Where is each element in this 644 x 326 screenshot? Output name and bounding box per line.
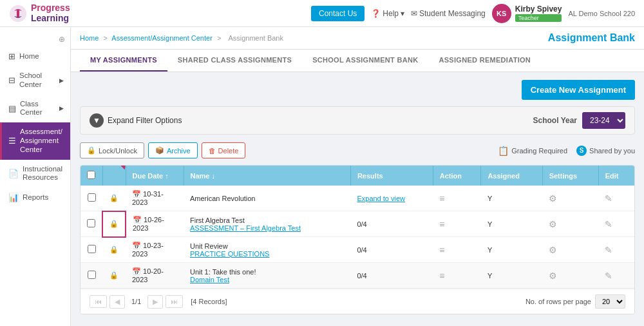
action-cell[interactable]: ≡ xyxy=(433,211,481,237)
due-date-cell: 📅 10-23-2023 xyxy=(126,237,184,263)
action-cell[interactable]: ≡ xyxy=(433,237,481,263)
row-checkbox[interactable] xyxy=(88,245,96,253)
reports-icon: 📊 xyxy=(8,193,19,202)
create-new-assignment-button[interactable]: Create New Assignment xyxy=(522,80,635,100)
grading-required-icon: 📋 xyxy=(498,146,509,156)
sidebar-item-reports[interactable]: 📊 Reports xyxy=(0,187,70,207)
instructional-icon: 📄 xyxy=(8,169,19,178)
action-menu-icon[interactable]: ≡ xyxy=(439,245,444,255)
rows-per-page-select[interactable]: 20 xyxy=(595,294,625,309)
next-page-button[interactable]: ▶ xyxy=(147,295,163,309)
tab-school-assignment-bank[interactable]: SCHOOL ASSIGNMENT BANK xyxy=(302,50,428,72)
lock-cell: 🔒 xyxy=(102,263,126,289)
edit-cell[interactable]: ✎ xyxy=(598,211,634,237)
pagination-bar: ⏮ ◀ 1/1 ▶ ⏭ [4 Records] No. of rows per … xyxy=(80,289,634,314)
action-menu-icon[interactable]: ≡ xyxy=(439,193,444,204)
sidebar-item-class-center[interactable]: ▤ Class Center ▶ xyxy=(0,95,70,123)
collapse-icon: ⊕ xyxy=(59,35,65,44)
settings-cell[interactable]: ⚙ xyxy=(542,211,598,237)
expand-filter-button[interactable]: ▼ Expand Filter Options xyxy=(90,113,182,128)
settings-icon[interactable]: ⚙ xyxy=(549,219,557,229)
tab-shared-class[interactable]: SHARED CLASS ASSIGNMENTS xyxy=(167,50,302,72)
action-cell[interactable]: ≡ xyxy=(433,186,481,211)
name-cell: American Revolution xyxy=(184,186,350,211)
settings-icon[interactable]: ⚙ xyxy=(549,245,557,255)
table-row: 🔒📅 10-23-2023Unit ReviewPRACTICE QUESTIO… xyxy=(80,237,634,263)
settings-icon[interactable]: ⚙ xyxy=(549,193,557,204)
user-info: Kirby Spivey Teacher xyxy=(515,5,562,22)
sidebar-collapse-button[interactable]: ⊕ xyxy=(0,32,70,46)
create-button-area: Create New Assignment xyxy=(80,80,635,100)
lock-cell: 🔒 xyxy=(102,186,126,211)
assignment-link[interactable]: Domain Test xyxy=(190,276,229,283)
col-assigned: Assigned xyxy=(481,166,542,186)
action-buttons: 🔒 Lock/Unlock 📦 Archive 🗑 Delete xyxy=(80,142,245,158)
col-name: Name ↓ xyxy=(184,166,350,186)
table-row: 🔒📅 10-31-2023American RevolutionExpand t… xyxy=(80,186,634,211)
edit-icon[interactable]: ✎ xyxy=(605,193,612,204)
school-year-select[interactable]: 23-24 xyxy=(582,112,625,129)
last-page-button[interactable]: ⏭ xyxy=(166,295,183,308)
settings-cell[interactable]: ⚙ xyxy=(542,186,598,211)
breadcrumb-sep1: > xyxy=(103,34,107,42)
action-menu-icon[interactable]: ≡ xyxy=(439,271,444,281)
first-page-button[interactable]: ⏮ xyxy=(90,295,107,308)
edit-icon[interactable]: ✎ xyxy=(605,271,612,281)
user-name: Kirby Spivey xyxy=(515,5,562,14)
logo-progress: Progress xyxy=(31,3,70,13)
delete-label: Delete xyxy=(218,147,239,155)
col-checkbox xyxy=(80,166,102,186)
user-profile[interactable]: KS Kirby Spivey Teacher xyxy=(492,4,562,23)
due-date-cell: 📅 10-26-2023 xyxy=(126,211,184,237)
help-link[interactable]: ❓ Help ▾ xyxy=(371,9,404,18)
row-checkbox[interactable] xyxy=(88,193,96,202)
settings-cell[interactable]: ⚙ xyxy=(542,263,598,289)
messaging-link[interactable]: ✉ Student Messaging xyxy=(411,9,486,18)
assignment-link[interactable]: PRACTICE QUESTIONS xyxy=(190,250,269,258)
prev-page-button[interactable]: ◀ xyxy=(109,295,125,309)
edit-icon[interactable]: ✎ xyxy=(605,245,612,255)
col-settings: Settings xyxy=(542,166,598,186)
app-body: ⊕ ⊞ Home ⊟ School Center ▶ ▤ Class Cente… xyxy=(0,27,644,326)
tab-my-assignments[interactable]: MY ASSIGNMENTS xyxy=(80,50,167,72)
action-row: 🔒 Lock/Unlock 📦 Archive 🗑 Delete 📋 xyxy=(80,142,635,158)
sidebar-item-assessment[interactable]: ☰ Assessment/ Assignment Center xyxy=(0,122,70,159)
delete-button[interactable]: 🗑 Delete xyxy=(202,142,246,158)
sidebar-item-label: School Center xyxy=(19,72,55,90)
name-cell: Unit 1: Take this one!Domain Test xyxy=(184,263,350,289)
sidebar-item-home[interactable]: ⊞ Home xyxy=(0,46,70,66)
assignments-table-container: Due Date ↑ Name ↓ Results Action Assigne… xyxy=(80,165,635,314)
select-all-checkbox[interactable] xyxy=(87,171,95,179)
col-due-date: Due Date ↑ xyxy=(126,166,184,186)
edit-cell[interactable]: ✎ xyxy=(598,263,634,289)
lock-icon: 🔒 xyxy=(87,146,96,155)
action-cell[interactable]: ≡ xyxy=(433,263,481,289)
archive-icon: 📦 xyxy=(155,146,164,155)
col-lock xyxy=(102,166,126,186)
contact-button[interactable]: Contact Us xyxy=(311,6,365,21)
edit-cell[interactable]: ✎ xyxy=(598,186,634,211)
edit-icon[interactable]: ✎ xyxy=(605,219,612,229)
archive-label: Archive xyxy=(167,147,191,155)
tab-assigned-remediation[interactable]: ASSIGNED REMEDIATION xyxy=(428,50,541,72)
sidebar-item-school-center[interactable]: ⊟ School Center ▶ xyxy=(0,66,70,95)
assignment-link[interactable]: ASSESSMENT – First Algebra Test xyxy=(190,224,301,232)
lock-unlock-button[interactable]: 🔒 Lock/Unlock xyxy=(80,142,144,158)
school-year-label: School Year xyxy=(533,116,577,125)
settings-icon[interactable]: ⚙ xyxy=(549,271,557,281)
breadcrumb-home[interactable]: Home xyxy=(80,34,99,42)
archive-button[interactable]: 📦 Archive xyxy=(148,142,198,158)
expand-filter-label: Expand Filter Options xyxy=(108,116,182,125)
action-menu-icon[interactable]: ≡ xyxy=(439,219,444,229)
assignments-table: Due Date ↑ Name ↓ Results Action Assigne… xyxy=(80,166,634,289)
breadcrumb-assessment[interactable]: Assessment/Assignment Center xyxy=(111,34,213,42)
school-name: AL Demo School 220 xyxy=(568,10,635,17)
row-checkbox[interactable] xyxy=(87,219,95,227)
expand-to-view-link[interactable]: Expand to view xyxy=(357,195,405,202)
sidebar-item-instructional[interactable]: 📄 Instructional Resources xyxy=(0,160,70,188)
home-icon: ⊞ xyxy=(8,52,15,61)
settings-cell[interactable]: ⚙ xyxy=(542,237,598,263)
edit-cell[interactable]: ✎ xyxy=(598,237,634,263)
tabs-bar: MY ASSIGNMENTS SHARED CLASS ASSIGNMENTS … xyxy=(71,50,644,72)
row-checkbox[interactable] xyxy=(88,271,96,279)
